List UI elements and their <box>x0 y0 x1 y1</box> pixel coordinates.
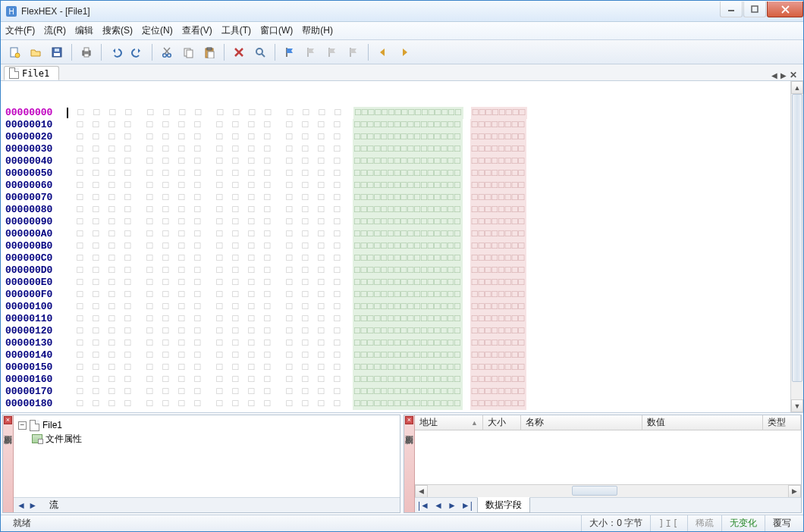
hex-byte[interactable]: □ <box>120 386 136 398</box>
tab-prev-icon[interactable]: ◀ <box>771 71 777 80</box>
hex-byte[interactable]: □ <box>297 155 313 167</box>
ascii-unicode[interactable]: □□□□□□□□ <box>470 337 526 349</box>
hex-byte[interactable]: □ <box>297 361 313 374</box>
hex-byte[interactable]: □ <box>281 398 297 410</box>
hex-byte[interactable]: □ <box>174 277 190 289</box>
hex-byte[interactable]: □ <box>120 204 136 216</box>
hex-byte[interactable]: □ <box>297 204 313 216</box>
hex-byte[interactable]: □ <box>104 204 120 216</box>
hex-byte[interactable]: □ <box>120 361 136 374</box>
hex-byte[interactable]: □ <box>228 264 243 277</box>
hex-byte[interactable]: □ <box>243 313 259 325</box>
hex-byte[interactable]: □ <box>313 204 329 216</box>
hex-byte[interactable]: □ <box>142 264 158 277</box>
ascii-ansi[interactable]: □□□□□□□□□□□□□□□□ <box>353 325 463 337</box>
hex-byte[interactable]: □ <box>228 204 243 216</box>
hex-byte[interactable]: □ <box>174 119 190 131</box>
hex-byte[interactable]: □ <box>120 155 136 167</box>
hex-byte[interactable]: □ <box>174 301 190 313</box>
scroll-right-icon[interactable]: ▶ <box>788 485 801 498</box>
hex-byte[interactable]: □ <box>104 374 120 386</box>
hex-byte[interactable]: □ <box>158 398 174 410</box>
hex-byte[interactable]: □ <box>88 349 104 361</box>
tab-stream[interactable]: 流 <box>42 498 66 512</box>
hex-byte[interactable]: □ <box>313 398 329 410</box>
hex-byte[interactable]: □ <box>72 337 88 349</box>
hex-byte[interactable]: □ <box>212 204 228 216</box>
hex-byte[interactable]: □ <box>158 313 174 325</box>
hex-byte[interactable]: □ <box>212 349 228 361</box>
hex-byte[interactable]: □ <box>72 264 88 277</box>
hex-byte[interactable]: □ <box>190 386 206 398</box>
hex-row[interactable]: 00000030□□□□□□□□□□□□□□□□□□□□□□□□□□□□□□□□… <box>2 143 790 155</box>
hex-byte[interactable]: □ <box>72 131 88 143</box>
scroll-thumb[interactable] <box>792 94 802 382</box>
close-button[interactable] <box>767 2 803 17</box>
hex-byte[interactable]: □ <box>88 216 104 228</box>
ascii-ansi[interactable]: □□□□□□□□□□□□□□□□ <box>353 398 463 410</box>
hex-byte[interactable]: □ <box>174 386 190 398</box>
copy-icon[interactable] <box>179 43 197 61</box>
hex-byte[interactable]: □ <box>297 325 313 337</box>
hex-byte[interactable]: □ <box>259 131 275 143</box>
hex-byte[interactable]: □ <box>281 131 297 143</box>
hex-byte[interactable]: □ <box>243 325 259 337</box>
hex-byte[interactable]: □ <box>88 325 104 337</box>
hex-byte[interactable]: □ <box>190 192 206 204</box>
ascii-ansi[interactable]: □□□□□□□□□□□□□□□□ <box>353 240 463 252</box>
ascii-unicode[interactable]: □□□□□□□□ <box>470 386 526 398</box>
hex-byte[interactable]: □ <box>190 301 206 313</box>
hex-byte[interactable]: □ <box>228 349 243 361</box>
tab-nav-first[interactable]: |◄ <box>418 500 429 511</box>
vertical-scrollbar[interactable]: ▲ ▼ <box>790 81 803 412</box>
hex-byte[interactable]: □ <box>190 277 206 289</box>
hex-byte[interactable]: □ <box>281 155 297 167</box>
hex-byte[interactable]: □ <box>329 216 345 228</box>
hex-byte[interactable]: □ <box>88 337 104 349</box>
hex-byte[interactable]: □ <box>212 216 228 228</box>
ascii-ansi[interactable]: □□□□□□□□□□□□□□□□ <box>353 228 463 240</box>
hex-byte[interactable]: □ <box>158 204 174 216</box>
hex-byte[interactable]: □ <box>158 143 174 155</box>
hex-row[interactable]: 00000160□□□□□□□□□□□□□□□□□□□□□□□□□□□□□□□□… <box>2 374 790 386</box>
titlebar[interactable]: H FlexHEX - [File1] <box>1 1 803 22</box>
hex-byte[interactable]: □ <box>281 228 297 240</box>
scroll-up-icon[interactable]: ▲ <box>791 81 803 94</box>
scroll-left-icon[interactable]: ◀ <box>415 485 428 498</box>
hex-byte[interactable]: □ <box>158 192 174 204</box>
hex-byte[interactable]: □ <box>243 349 259 361</box>
hex-byte[interactable]: □ <box>120 289 136 301</box>
hex-byte[interactable]: □ <box>72 325 88 337</box>
ascii-ansi[interactable]: □□□□□□□□□□□□□□□□ <box>353 119 463 131</box>
hex-byte[interactable]: □ <box>72 349 88 361</box>
hex-byte[interactable]: □ <box>142 216 158 228</box>
hex-byte[interactable]: □ <box>259 204 275 216</box>
col-value[interactable]: 数值 <box>642 415 764 430</box>
hex-byte[interactable]: □ <box>120 240 136 252</box>
hex-row[interactable]: 00000000□□□□□□□□□□□□□□□□□□□□□□□□□□□□□□□□… <box>2 107 790 119</box>
ascii-ansi[interactable]: □□□□□□□□□□□□□□□□ <box>353 386 463 398</box>
hex-byte[interactable]: □ <box>190 167 206 180</box>
hex-byte[interactable]: □ <box>281 313 297 325</box>
hex-byte[interactable]: □ <box>243 264 259 277</box>
hex-byte[interactable]: □ <box>212 277 228 289</box>
hex-byte[interactable]: □ <box>212 374 228 386</box>
hex-byte[interactable]: □ <box>190 216 206 228</box>
hex-row[interactable]: 000000E0□□□□□□□□□□□□□□□□□□□□□□□□□□□□□□□□… <box>2 277 790 289</box>
hex-byte[interactable]: □ <box>158 264 174 277</box>
hex-byte[interactable]: □ <box>174 361 190 374</box>
hex-byte[interactable]: □ <box>313 325 329 337</box>
hex-byte[interactable]: □ <box>259 180 275 192</box>
ascii-ansi[interactable]: □□□□□□□□□□□□□□□□ <box>353 277 463 289</box>
open-icon[interactable] <box>27 43 45 61</box>
tab-file1[interactable]: File1 <box>4 66 59 80</box>
hex-byte[interactable]: □ <box>88 398 104 410</box>
flag-gray2-icon[interactable] <box>323 43 341 61</box>
hex-byte[interactable]: □ <box>158 216 174 228</box>
hex-byte[interactable]: □ <box>190 289 206 301</box>
menu-item[interactable]: 流(R) <box>44 24 66 37</box>
hex-byte[interactable]: □ <box>88 240 104 252</box>
hex-byte[interactable]: □ <box>72 289 88 301</box>
hex-byte[interactable]: □ <box>281 277 297 289</box>
hex-row[interactable]: 00000100□□□□□□□□□□□□□□□□□□□□□□□□□□□□□□□□… <box>2 301 790 313</box>
